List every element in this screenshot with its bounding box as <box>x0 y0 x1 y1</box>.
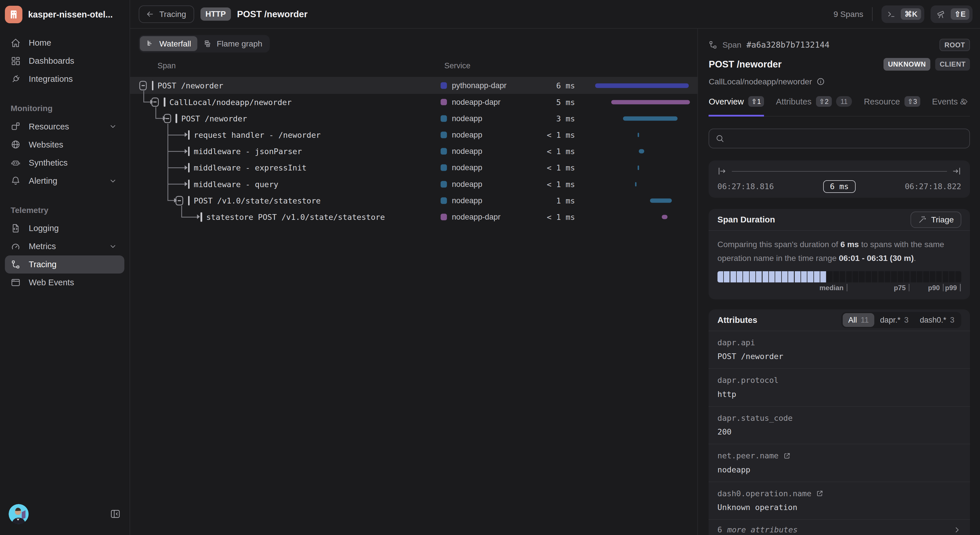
span-row[interactable]: middleware - querynodeapp< 1 ms <box>130 176 698 192</box>
external-link-icon[interactable] <box>783 452 791 460</box>
tab-attributes[interactable]: Attributes⇧211 <box>776 96 852 116</box>
command-palette-button[interactable]: ⌘K <box>881 5 924 23</box>
sidebar-item-home[interactable]: Home <box>5 33 124 52</box>
span-row[interactable]: POST /v1.0/state/statestorenodeapp1 ms <box>130 192 698 209</box>
span-color-bar <box>188 163 189 173</box>
info-icon[interactable] <box>816 77 825 86</box>
content: Waterfall Flame graph Span Service POST … <box>130 29 980 535</box>
service-color-swatch <box>441 214 447 221</box>
trace-title: POST /neworder <box>237 9 307 19</box>
histogram-cell <box>865 271 871 283</box>
nav-section-telemetry: Telemetry <box>5 201 124 219</box>
span-name: middleware - query <box>194 180 278 189</box>
filter-dash0[interactable]: dash0.*3 <box>914 313 960 327</box>
service-color-swatch <box>441 99 447 105</box>
sidebar-item-web-events[interactable]: Web Events <box>5 273 124 292</box>
tabs-scroll-chevron-icon[interactable] <box>962 98 970 106</box>
metrics-icon <box>11 241 21 251</box>
sidebar-item-logging[interactable]: Logging <box>5 219 124 237</box>
sidebar-item-dashboards[interactable]: Dashboards <box>5 52 124 70</box>
span-row[interactable]: middleware - expressInitnodeapp< 1 ms <box>130 160 698 176</box>
sidebar-item-resources[interactable]: Resources <box>5 117 124 135</box>
tab-events[interactable]: Events & <box>932 97 966 116</box>
tree-connector <box>167 151 185 152</box>
span-duration: < 1 ms <box>493 147 575 156</box>
sidebar-nav: Home Dashboards IntegrationsMonitoring R… <box>0 28 129 500</box>
filter-label: dash0.* <box>920 316 946 325</box>
webevents-icon <box>11 278 21 287</box>
user-avatar[interactable] <box>9 504 29 524</box>
sidebar-item-label: Logging <box>29 223 117 233</box>
more-count: 6 <box>718 525 722 534</box>
span-row[interactable]: POST /neworderpythonapp-dapr6 ms <box>130 78 698 94</box>
tab-flame-graph[interactable]: Flame graph <box>197 36 269 51</box>
span-timeline-bar <box>635 182 636 186</box>
service-name: nodeapp <box>452 180 482 189</box>
chevron-down-icon <box>109 177 117 185</box>
trace-waterfall-panel: Waterfall Flame graph Span Service POST … <box>130 29 698 535</box>
waterfall-label: Waterfall <box>159 39 191 49</box>
service-color-swatch <box>441 165 447 171</box>
span-row[interactable]: POST /newordernodeapp3 ms <box>130 110 698 127</box>
filter-dapr[interactable]: dapr.*3 <box>874 313 914 327</box>
integrations-icon <box>11 74 21 84</box>
arrow-to-bar-icon <box>952 167 961 176</box>
span-duration: < 1 ms <box>493 180 575 189</box>
collapse-expander[interactable] <box>139 81 147 90</box>
back-label: Tracing <box>159 10 186 19</box>
sidebar-item-label: Resources <box>29 122 100 132</box>
histogram-cell <box>801 271 807 283</box>
tab-shortcut-badge: ⇧2 <box>816 96 832 107</box>
span-timeline-bar <box>639 149 644 154</box>
filter-count: 3 <box>950 316 955 325</box>
sidebar-item-tracing[interactable]: Tracing <box>5 256 124 273</box>
span-row[interactable]: request handler - /newordernodeapp< 1 ms <box>130 127 698 143</box>
kind-badge-client: CLIENT <box>935 58 970 71</box>
span-row[interactable]: statestore POST /v1.0/state/statestoreno… <box>130 209 698 225</box>
collapse-sidebar-button[interactable] <box>110 509 121 519</box>
histogram-cell <box>853 271 858 283</box>
percentile-tick <box>960 284 961 291</box>
attribute-search[interactable] <box>709 129 970 149</box>
histogram-cell <box>840 271 845 283</box>
span-row[interactable]: middleware - jsonParsernodeapp< 1 ms <box>130 143 698 160</box>
service-name: nodeapp <box>452 114 482 123</box>
sidebar-item-websites[interactable]: Websites <box>5 135 124 154</box>
external-link-icon[interactable] <box>816 489 824 497</box>
histogram-cell <box>885 271 890 283</box>
filter-all[interactable]: All11 <box>843 313 875 327</box>
org-switcher[interactable]: kasper-nissen-otel... <box>0 0 129 28</box>
histogram-cell <box>756 271 762 283</box>
explore-button[interactable]: ⇧E <box>931 5 972 23</box>
tab-resource[interactable]: Resource⇧3 <box>864 96 920 116</box>
collapse-expander[interactable] <box>151 97 159 107</box>
collapse-expander[interactable] <box>175 196 183 205</box>
triage-button[interactable]: Triage <box>910 211 961 228</box>
tracing-icon <box>11 259 21 270</box>
logging-icon <box>11 223 21 233</box>
span-color-bar <box>152 81 153 90</box>
sidebar-item-metrics[interactable]: Metrics <box>5 237 124 256</box>
span-name: statestore POST /v1.0/state/statestore <box>206 213 385 222</box>
sidebar-footer <box>0 500 129 535</box>
more-attributes-row[interactable]: 6 more attributes <box>709 520 970 535</box>
percentile-tick <box>943 284 943 291</box>
sidebar-item-synthetics[interactable]: Synthetics <box>5 154 124 171</box>
percentile-tick <box>847 284 847 291</box>
tab-overview[interactable]: Overview⇧1 <box>709 96 764 116</box>
service-column-header: Service <box>444 61 471 70</box>
sidebar-item-alerting[interactable]: Alerting <box>5 171 124 190</box>
histogram-cell <box>897 271 903 283</box>
search-input[interactable] <box>729 134 963 143</box>
tab-waterfall[interactable]: Waterfall <box>140 36 197 51</box>
span-row[interactable]: CallLocal/nodeapp/newordernodeapp-dapr5 … <box>130 94 698 110</box>
back-to-tracing-button[interactable]: Tracing <box>139 5 194 23</box>
tree-connector <box>167 135 185 135</box>
sidebar-item-integrations[interactable]: Integrations <box>5 70 124 88</box>
percentile-label: p90 <box>928 284 943 292</box>
synthetics-icon <box>11 157 21 168</box>
attribute-row: dapr.protocolhttp <box>709 369 970 406</box>
service-name: nodeapp <box>452 147 482 156</box>
attribute-value: 200 <box>718 427 961 436</box>
collapse-expander[interactable] <box>164 114 171 124</box>
